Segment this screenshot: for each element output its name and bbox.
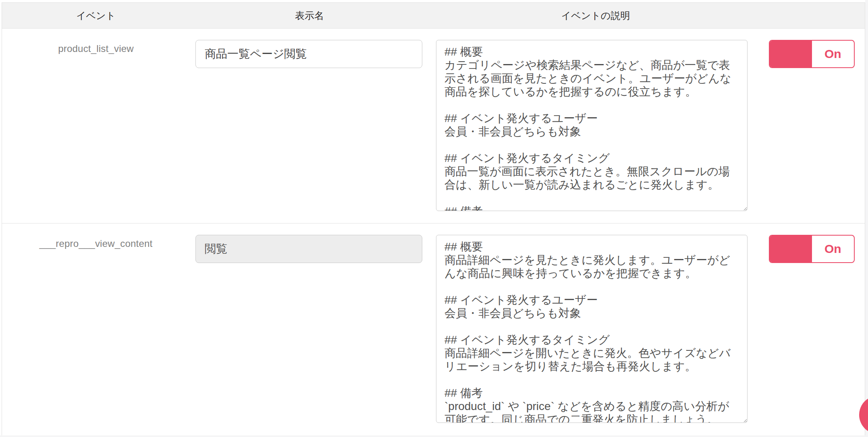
events-settings-page: イベント 表示名 イベントの説明 product_list_view ## 概要… [0,0,868,437]
toggle-state-label: On [812,41,854,67]
table-row-product-list-view: product_list_view ## 概要 カテゴリページや検索結果ページな… [2,29,865,223]
column-header-event: イベント [2,9,190,22]
table-header-row: イベント 表示名 イベントの説明 [2,3,865,29]
page-background-strip [865,0,868,437]
event-key-label: ___repro___view_content [2,224,190,249]
event-key-label: product_list_view [2,29,190,54]
event-enabled-toggle[interactable]: On [769,40,855,68]
events-table: イベント 表示名 イベントの説明 product_list_view ## 概要… [2,2,865,435]
page-background-strip [0,435,868,437]
event-enabled-toggle[interactable]: On [769,235,855,263]
table-row-repro-view-content: ___repro___view_content ## 概要 商品詳細ページを見た… [2,223,865,436]
column-header-description: イベントの説明 [429,9,762,22]
event-description-textarea[interactable]: ## 概要 カテゴリページや検索結果ページなど、商品が一覧で表示される画面を見た… [436,40,748,211]
display-name-input-disabled [195,235,422,263]
column-header-display-name: 表示名 [190,9,429,22]
toggle-state-label: On [812,236,854,262]
display-name-input[interactable] [195,40,422,68]
toggle-knob [770,236,812,262]
event-description-textarea[interactable]: ## 概要 商品詳細ページを見たときに発火します。ユーザーがどんな商品に興味を持… [436,235,748,423]
toggle-knob [770,41,812,67]
